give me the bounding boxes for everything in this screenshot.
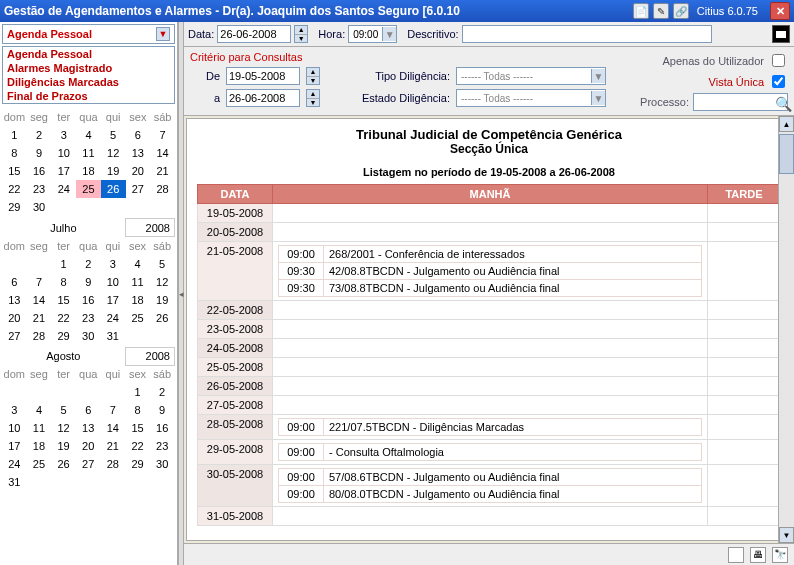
calendar-day[interactable]: 22 — [2, 180, 27, 198]
calendar-day[interactable]: 15 — [125, 419, 150, 437]
data-input[interactable] — [217, 25, 291, 43]
calendar-day[interactable]: 8 — [51, 273, 76, 291]
calendar-day[interactable]: 12 — [101, 144, 126, 162]
calendar-day[interactable]: 12 — [51, 419, 76, 437]
calendar-day[interactable] — [27, 473, 52, 491]
calendar-day[interactable]: 10 — [101, 273, 126, 291]
vista-checkbox[interactable] — [772, 75, 785, 88]
calendar-day[interactable] — [51, 198, 76, 216]
estado-select[interactable]: ------ Todas ------ ▼ — [456, 89, 606, 107]
chevron-down-icon[interactable]: ▼ — [156, 27, 170, 41]
calendar-day[interactable]: 15 — [51, 291, 76, 309]
notes-icon[interactable]: 📄 — [633, 3, 649, 19]
calendar-day[interactable]: 29 — [51, 327, 76, 345]
calendar-day[interactable] — [51, 383, 76, 401]
a-input[interactable] — [226, 89, 300, 107]
menu-item[interactable]: Diligências Marcadas — [3, 75, 174, 89]
calendar-day[interactable]: 23 — [76, 309, 101, 327]
calendar-day[interactable]: 5 — [51, 401, 76, 419]
binocular-icon[interactable]: 🔭 — [772, 547, 788, 563]
calendar-day[interactable] — [76, 383, 101, 401]
calendar-day[interactable]: 12 — [150, 273, 175, 291]
calendar-day[interactable]: 7 — [27, 273, 52, 291]
calendar-day[interactable] — [150, 473, 175, 491]
calendar-day[interactable]: 23 — [150, 437, 175, 455]
calendar-day[interactable]: 3 — [51, 126, 76, 144]
calendar-day[interactable]: 23 — [27, 180, 52, 198]
tipo-select[interactable]: ------ Todas ------ ▼ — [456, 67, 606, 85]
calendar-day[interactable]: 22 — [125, 437, 150, 455]
calendar-day[interactable]: 30 — [76, 327, 101, 345]
pdf-icon[interactable]: ⬇ — [728, 547, 744, 563]
descritivo-input[interactable] — [462, 25, 712, 43]
a-spinner[interactable]: ▲▼ — [306, 89, 320, 107]
calendar-day[interactable]: 26 — [101, 180, 126, 198]
calendar-day[interactable]: 15 — [2, 162, 27, 180]
menu-item[interactable]: Alarmes Magistrado — [3, 61, 174, 75]
calendar-day[interactable]: 19 — [150, 291, 175, 309]
calendar-day[interactable]: 4 — [125, 255, 150, 273]
calendar-day[interactable]: 10 — [51, 144, 76, 162]
calendar-day[interactable]: 14 — [27, 291, 52, 309]
calendar-day[interactable]: 16 — [27, 162, 52, 180]
close-button[interactable]: ✕ — [770, 2, 790, 20]
calendar-day[interactable]: 27 — [76, 455, 101, 473]
calendar-day[interactable] — [27, 255, 52, 273]
calendar-day[interactable] — [101, 473, 126, 491]
chevron-down-icon[interactable]: ▼ — [382, 27, 396, 41]
calendar-day[interactable]: 28 — [101, 455, 126, 473]
calendar-day[interactable]: 22 — [51, 309, 76, 327]
calendar-day[interactable] — [2, 255, 27, 273]
calendar-day[interactable]: 8 — [2, 144, 27, 162]
calendar-day[interactable]: 30 — [27, 198, 52, 216]
calendar-day[interactable]: 18 — [125, 291, 150, 309]
processo-input[interactable] — [693, 93, 788, 111]
calendar-day[interactable]: 9 — [150, 401, 175, 419]
calendar-day[interactable]: 6 — [2, 273, 27, 291]
calendar-day[interactable] — [126, 198, 151, 216]
calendar-day[interactable] — [2, 383, 27, 401]
calendar-day[interactable]: 30 — [150, 455, 175, 473]
calendar-day[interactable]: 20 — [2, 309, 27, 327]
hora-select[interactable]: 09:00 ▼ — [348, 25, 397, 43]
calendar-day[interactable]: 13 — [76, 419, 101, 437]
calendar-day[interactable]: 28 — [150, 180, 175, 198]
calendar-day[interactable]: 3 — [101, 255, 126, 273]
print-icon[interactable]: 🖶 — [750, 547, 766, 563]
save-button[interactable] — [772, 25, 790, 43]
calendar-day[interactable]: 27 — [2, 327, 27, 345]
calendar-day[interactable]: 13 — [126, 144, 151, 162]
calendar-day[interactable]: 21 — [101, 437, 126, 455]
calendar-day[interactable]: 11 — [27, 419, 52, 437]
calendar-day[interactable]: 11 — [125, 273, 150, 291]
calendar-day[interactable] — [76, 198, 101, 216]
calendar-day[interactable]: 9 — [76, 273, 101, 291]
scroll-thumb[interactable] — [779, 134, 794, 174]
calendar-day[interactable]: 7 — [150, 126, 175, 144]
year-label[interactable]: 2008 — [125, 347, 174, 365]
scroll-up-icon[interactable]: ▲ — [779, 116, 794, 132]
edit-icon[interactable]: ✎ — [653, 3, 669, 19]
scroll-down-icon[interactable]: ▼ — [779, 527, 794, 543]
calendar-day[interactable]: 18 — [27, 437, 52, 455]
search-icon[interactable]: 🔍 — [775, 96, 792, 112]
calendar-day[interactable] — [125, 473, 150, 491]
calendar-day[interactable]: 25 — [27, 455, 52, 473]
calendar-day[interactable] — [125, 327, 150, 345]
calendar-day[interactable]: 2 — [27, 126, 52, 144]
calendar-day[interactable]: 26 — [51, 455, 76, 473]
chevron-down-icon[interactable]: ▼ — [591, 69, 605, 83]
calendar-day[interactable]: 16 — [76, 291, 101, 309]
calendar-day[interactable]: 21 — [27, 309, 52, 327]
calendar-day[interactable]: 2 — [76, 255, 101, 273]
calendar-day[interactable] — [150, 327, 175, 345]
calendar-day[interactable]: 25 — [125, 309, 150, 327]
menu-item[interactable]: Agenda Pessoal — [3, 47, 174, 61]
calendar-day[interactable]: 25 — [76, 180, 101, 198]
calendar-day[interactable]: 24 — [2, 455, 27, 473]
calendar-day[interactable]: 4 — [27, 401, 52, 419]
calendar-day[interactable]: 6 — [126, 126, 151, 144]
scrollbar[interactable]: ▲ ▼ — [778, 116, 794, 543]
calendar-day[interactable]: 17 — [2, 437, 27, 455]
calendar-day[interactable]: 27 — [126, 180, 151, 198]
